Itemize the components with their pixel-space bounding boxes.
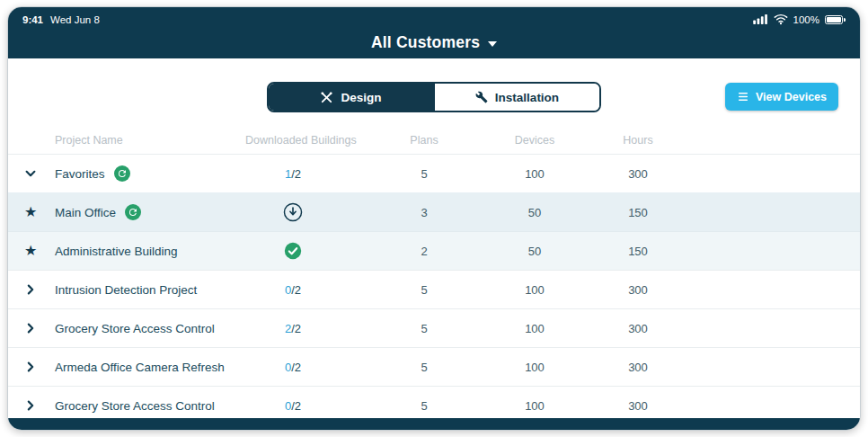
download-circle-icon[interactable] — [283, 202, 303, 222]
tab-installation-label: Installation — [495, 91, 559, 104]
hours-cell: 150 — [562, 245, 714, 258]
table-row[interactable]: Grocery Store Access Control 2/2 5 100 3… — [8, 308, 860, 347]
chevron-right-icon[interactable] — [24, 322, 37, 334]
hours-cell: 300 — [562, 399, 714, 413]
project-name: Armeda Office Camera Refresh — [55, 361, 225, 374]
table-row[interactable]: Grocery Store Access Control 0/2 5 100 3… — [8, 386, 860, 418]
devices-cell: 50 — [508, 206, 562, 219]
downloaded-buildings-cell: 0/2 — [245, 399, 341, 413]
col-header-plans: Plans — [341, 134, 508, 147]
plans-cell: 5 — [341, 167, 508, 181]
downloaded-buildings-cell: 1/2 — [245, 167, 341, 181]
view-devices-label: View Devices — [756, 91, 827, 103]
col-header-downloaded: Downloaded Buildings — [245, 134, 341, 147]
table-row[interactable]: Armeda Office Camera Refresh 0/2 5 100 3… — [8, 347, 860, 386]
status-bar: 9:41 Wed Jun 8 100 — [8, 13, 860, 25]
customers-dropdown[interactable]: All Customers — [371, 33, 497, 52]
project-name: Favorites — [55, 167, 105, 181]
devices-cell: 100 — [508, 361, 562, 374]
wifi-icon — [774, 13, 788, 25]
table-row[interactable]: Favorites 1/2 5 100 300 — [8, 154, 860, 192]
tab-installation[interactable]: Installation — [433, 84, 599, 111]
col-header-hours: Hours — [562, 134, 714, 147]
page-title: All Customers — [371, 33, 480, 52]
status-time: 9:41 — [22, 14, 43, 25]
hours-cell: 300 — [562, 361, 714, 374]
table-row[interactable]: ★ Administrative Building 2 50 150 — [8, 231, 860, 270]
view-devices-button[interactable]: View Devices — [725, 83, 838, 111]
plans-cell: 2 — [341, 245, 508, 258]
star-icon[interactable]: ★ — [24, 244, 37, 258]
downloaded-total: /2 — [291, 322, 301, 335]
downloaded-total: /2 — [291, 399, 301, 413]
battery-icon — [825, 15, 846, 24]
chevron-right-icon[interactable] — [24, 283, 37, 296]
design-tools-icon — [320, 91, 333, 104]
toolbar: Design Installation View Devices — [8, 82, 860, 112]
downloaded-buildings-cell: 2/2 — [245, 322, 341, 335]
tab-design-label: Design — [341, 91, 381, 104]
project-name: Grocery Store Access Control — [55, 322, 215, 335]
list-icon — [737, 91, 749, 103]
bottom-bar — [8, 418, 860, 430]
table-header-row: Project Name Downloaded Buildings Plans … — [8, 127, 860, 154]
star-icon[interactable]: ★ — [24, 205, 37, 219]
check-circle-icon — [284, 242, 302, 260]
table-row[interactable]: Intrusion Detection Project 0/2 5 100 30… — [8, 270, 860, 308]
table-row[interactable]: ★ Main Office 3 50 150 — [8, 192, 860, 231]
downloaded-buildings-cell: 0/2 — [245, 361, 341, 374]
chevron-right-icon[interactable] — [24, 361, 37, 373]
plans-cell: 5 — [341, 399, 508, 413]
hours-cell: 300 — [562, 283, 714, 297]
hours-cell: 300 — [562, 322, 714, 335]
devices-cell: 100 — [508, 322, 562, 335]
chevron-right-icon[interactable] — [24, 399, 37, 412]
tablet-frame: 9:41 Wed Jun 8 100 — [7, 6, 861, 431]
project-name: Grocery Store Access Control — [55, 399, 215, 413]
chevron-down-icon[interactable] — [24, 167, 37, 180]
plans-cell: 3 — [341, 206, 508, 219]
plans-cell: 5 — [341, 361, 508, 374]
plans-cell: 5 — [341, 322, 508, 335]
main-content: Design Installation View Devices — [8, 58, 860, 418]
project-name: Administrative Building — [55, 245, 178, 258]
cellular-signal-icon — [753, 14, 768, 24]
tab-design[interactable]: Design — [269, 84, 433, 111]
mode-segmented-control: Design Installation — [267, 82, 601, 112]
devices-cell: 50 — [508, 245, 562, 258]
battery-percent: 100% — [793, 14, 819, 25]
downloaded-buildings-cell — [245, 242, 341, 260]
devices-cell: 100 — [508, 167, 562, 181]
col-header-devices: Devices — [508, 134, 562, 147]
hours-cell: 300 — [562, 167, 714, 181]
downloaded-buildings-cell — [245, 202, 341, 222]
downloaded-buildings-cell: 0/2 — [245, 283, 341, 297]
status-date: Wed Jun 8 — [50, 14, 100, 25]
project-name: Main Office — [55, 206, 116, 219]
app-header: 9:41 Wed Jun 8 100 — [8, 7, 860, 58]
downloaded-total: /2 — [291, 167, 301, 181]
downloaded-total: /2 — [291, 361, 301, 374]
downloaded-total: /2 — [291, 283, 301, 297]
caret-down-icon — [488, 41, 497, 47]
sync-icon[interactable] — [125, 204, 141, 220]
project-name: Intrusion Detection Project — [55, 283, 197, 297]
col-header-project: Project Name — [55, 134, 245, 147]
hours-cell: 150 — [562, 206, 714, 219]
devices-cell: 100 — [508, 283, 562, 297]
wrench-icon — [475, 91, 488, 103]
sync-icon[interactable] — [114, 165, 130, 182]
plans-cell: 5 — [341, 283, 508, 297]
devices-cell: 100 — [508, 399, 562, 413]
